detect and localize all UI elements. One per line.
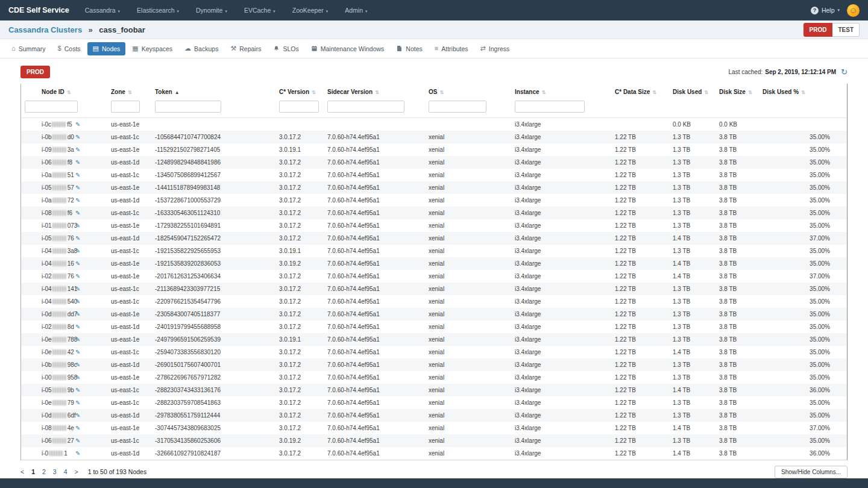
filter-input-zone[interactable] [111,101,140,113]
edit-node-icon[interactable]: ✎ [75,146,80,153]
edit-node-icon[interactable]: ✎ [75,311,80,318]
tab-slos[interactable]: SLOs [268,42,304,55]
bell-icon [273,45,280,52]
col-header-c-data-size[interactable]: C* Data Size⇅ [611,84,669,99]
filter-input-c-version[interactable] [279,101,319,113]
show-hide-columns-button[interactable]: Show/Hide Columns... [775,466,848,478]
edit-node-icon[interactable]: ✎ [75,361,80,368]
cell-sidecar: 7.0.60-h74.4ef95a1 [324,232,425,245]
page-prev[interactable]: < [20,468,24,475]
edit-node-icon[interactable]: ✎ [75,298,80,305]
page-number-3[interactable]: 3 [53,468,57,475]
chevron-down-icon: ▾ [225,9,227,13]
nav-item-admin[interactable]: Admin▾ [345,7,367,14]
col-header-node-id[interactable]: Node ID⇅ [21,84,107,99]
edit-node-icon[interactable]: ✎ [75,248,80,254]
col-header-zone[interactable]: Zone⇅ [107,84,151,99]
cell-zone: us-east-1c [107,396,151,409]
cell-disk-pct: 35.00% [759,409,847,422]
nav-item-dynomite[interactable]: Dynomite▾ [196,7,227,14]
edit-node-icon[interactable]: ✎ [75,197,80,204]
page-number-1[interactable]: 1 [31,468,35,475]
table-row: i-08f6✎us-east-1c-16333054630511243103.0… [21,207,847,219]
table-row: i-0e788✎us-east-1e-24979965915062595393.… [21,333,847,346]
edit-node-icon[interactable]: ✎ [75,172,80,178]
nav-item-elasticsearch[interactable]: Elasticsearch▾ [137,7,179,14]
col-header-token[interactable]: Token▲ [151,84,275,99]
cell-instance: i3.4xlarge [511,384,611,396]
edit-node-icon[interactable]: ✎ [75,450,80,457]
filter-input-instance[interactable] [515,101,585,113]
page-next[interactable]: > [75,468,78,475]
edit-node-icon[interactable]: ✎ [75,437,80,444]
cell-os: xenial [425,181,511,194]
nav-item-evcache[interactable]: EVCache▾ [244,7,275,14]
edit-node-icon[interactable]: ✎ [75,412,80,419]
tab-keyspaces[interactable]: ▦Keyspaces [127,42,178,55]
edit-node-icon[interactable]: ✎ [75,184,80,191]
cell-disk-used: 1.4 TB [669,346,715,358]
filter-input-token[interactable] [155,101,221,113]
edit-node-icon[interactable]: ✎ [75,134,80,140]
edit-node-icon[interactable]: ✎ [75,399,80,406]
edit-node-icon[interactable]: ✎ [75,260,80,267]
col-header-disk-size[interactable]: Disk Size⇅ [715,84,759,99]
edit-node-icon[interactable]: ✎ [75,273,80,280]
edit-node-icon[interactable]: ✎ [75,374,80,381]
edit-node-icon[interactable]: ✎ [75,349,80,355]
cell-disk-pct: 35.00% [759,333,847,346]
page-number-4[interactable]: 4 [64,468,68,475]
tab-attributes[interactable]: ≡Attributes [429,42,474,55]
col-header-disk-used[interactable]: Disk Used⇅ [669,84,715,99]
tab-costs[interactable]: $Costs [52,42,86,55]
tab-ingress[interactable]: ⇄Ingress [475,42,515,55]
cell-disk-size: 3.8 TB [715,384,759,396]
cell-token: -2497996591506259539 [151,333,275,346]
tab-repairs[interactable]: ⚒Repairs [225,42,266,55]
cell-data-size: 1.22 TB [611,384,669,396]
help-menu[interactable]: ? Help ▾ [811,7,840,14]
cell-disk-pct: 35.00% [759,346,847,358]
tab-notes[interactable]: Notes [391,42,427,55]
refresh-icon[interactable]: ↻ [841,67,848,77]
edit-node-icon[interactable]: ✎ [75,336,80,343]
node-id: i-0416 [42,260,73,267]
test-env-button[interactable]: TEST [832,23,860,37]
filter-input-node-id[interactable] [25,101,78,113]
tab-summary[interactable]: ⌂Summary [6,42,51,55]
edit-node-icon[interactable]: ✎ [75,222,80,229]
nav-item-zookeeper[interactable]: ZooKeeper▾ [292,7,328,14]
col-header-disk-used[interactable]: Disk Used %⇅ [759,84,847,99]
edit-node-icon[interactable]: ✎ [75,235,80,242]
redacted-id-blur [52,172,67,178]
cell-zone: us-east-1e [107,422,151,434]
col-header-c-version[interactable]: C* Version⇅ [275,84,324,99]
edit-node-icon[interactable]: ✎ [75,387,80,393]
edit-node-icon[interactable]: ✎ [75,210,80,216]
nav-item-cassandra[interactable]: Cassandra▾ [85,7,120,14]
node-id: i-0e788 [42,336,73,343]
cell-zone: us-east-1d [107,321,151,333]
breadcrumb-clusters-link[interactable]: Cassandra Clusters [8,25,82,34]
page-number-2[interactable]: 2 [42,468,46,475]
app-brand[interactable]: CDE Self Service [8,6,69,14]
col-header-sidecar-version[interactable]: Sidecar Version⇅ [324,84,425,99]
filter-input-sidecar-version[interactable] [327,101,404,113]
col-header-instance[interactable]: Instance⇅ [511,84,611,99]
cell-instance: i3.4xlarge [511,143,611,156]
col-header-os[interactable]: OS⇅ [425,84,511,99]
edit-node-icon[interactable]: ✎ [75,324,80,330]
tab-maintenance-windows[interactable]: Maintenance Windows [306,42,390,55]
filter-input-os[interactable] [429,101,486,113]
tab-nodes[interactable]: ▤Nodes [87,42,126,55]
edit-node-icon[interactable]: ✎ [75,121,80,128]
edit-node-icon[interactable]: ✎ [75,159,80,166]
tab-backups[interactable]: ☁Backups [179,42,224,55]
edit-node-icon[interactable]: ✎ [75,425,80,431]
prod-badge-button[interactable]: PROD [20,66,50,78]
avatar[interactable]: ☺ [847,4,860,17]
cell-instance: i3.4xlarge [511,245,611,257]
edit-node-icon[interactable]: ✎ [75,286,80,292]
prod-env-button[interactable]: PROD [804,23,833,37]
cell-c-version: 3.0.19.1 [275,333,324,346]
